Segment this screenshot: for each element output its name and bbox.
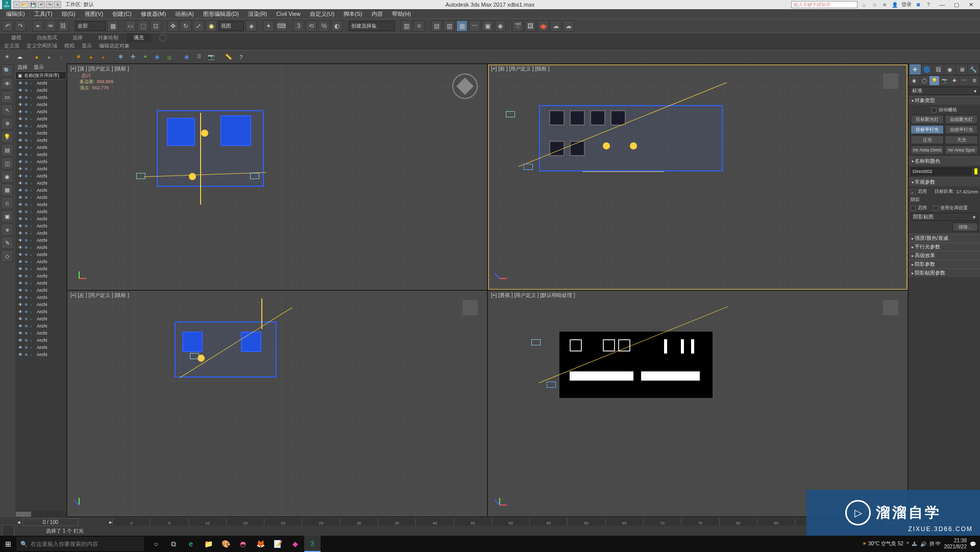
layer-explorer-icon[interactable]: ▥: [444, 20, 455, 32]
menu-modifier[interactable]: 修改器(M): [137, 9, 170, 19]
infocenter-icon[interactable]: ⌂: [861, 1, 868, 8]
selection-filter-dropdown[interactable]: 全部: [75, 21, 106, 31]
container-icon[interactable]: ▣: [1, 210, 13, 222]
mirror-icon[interactable]: ▥: [401, 20, 412, 32]
scene-item[interactable]: 👁❄▫Archi: [15, 201, 66, 208]
ribbon-panel-display[interactable]: 显示: [82, 42, 92, 49]
scene-item[interactable]: 👁❄▫Archi: [15, 337, 66, 344]
ribbon-toggle-icon[interactable]: [159, 34, 166, 41]
select-object-icon[interactable]: ▦: [107, 20, 118, 32]
scene-hscroll[interactable]: [15, 511, 66, 517]
scene-item[interactable]: 👁❄▫Archi: [15, 101, 66, 108]
move-icon[interactable]: ✥: [167, 20, 179, 32]
named-selection-dropdown[interactable]: 创建选择集: [349, 21, 395, 31]
app-logo[interactable]: 3MAX: [2, 0, 11, 9]
layer-icon[interactable]: ▤: [1, 144, 13, 156]
particles-icon[interactable]: ⠿: [194, 52, 204, 62]
light-type-dropdown[interactable]: 标准▾: [910, 87, 979, 95]
scene-item[interactable]: 👁❄▫Archi: [15, 158, 66, 165]
workspace-selector[interactable]: 工作区: 默认: [65, 1, 94, 8]
object-color-swatch[interactable]: [974, 168, 978, 175]
link-icon[interactable]: ⚭: [32, 20, 43, 32]
camera-icon[interactable]: 📷: [206, 52, 216, 62]
menu-animation[interactable]: 动画(A): [171, 9, 198, 19]
task-taskview-icon[interactable]: ⧉: [165, 536, 182, 552]
scene-item[interactable]: 👁❄▫Archi: [15, 308, 66, 315]
modify-tab-icon[interactable]: 🌀: [921, 64, 933, 74]
menu-view[interactable]: 视图(V): [81, 9, 108, 19]
scene-item[interactable]: 👁❄▫Archi: [15, 230, 66, 237]
shadow-type-dropdown[interactable]: 阴影贴图▾: [911, 213, 978, 221]
sun-icon[interactable]: ☀: [74, 52, 84, 62]
taskbar-search-input[interactable]: 🔍在这里输入你要搜索的内容: [16, 537, 144, 551]
scene-explorer-icon[interactable]: 🔍: [1, 64, 13, 77]
render-iterative-icon[interactable]: ☁: [550, 20, 561, 32]
undo-icon[interactable]: ↶: [2, 20, 13, 32]
ref-coord-dropdown[interactable]: 视图: [218, 21, 244, 31]
redo-icon[interactable]: ↷: [15, 20, 26, 32]
scene-item[interactable]: 👁❄▫Archi: [15, 258, 66, 265]
sphere-dark-icon[interactable]: ●: [56, 52, 66, 62]
scene-tab-select[interactable]: 选择: [17, 64, 28, 71]
manipulate-icon[interactable]: ✦: [263, 20, 274, 32]
viewport-left-label[interactable]: [+] [左 ] [用户定义 ] [线框 ]: [70, 292, 129, 299]
free-direct-button[interactable]: 自由平行光: [945, 125, 978, 134]
mr-spot-button[interactable]: mr Area Spot: [945, 145, 978, 155]
menu-render[interactable]: 渲染(R): [244, 9, 271, 19]
lights-icon[interactable]: 💡: [929, 76, 939, 85]
menu-create[interactable]: 创建(C): [108, 9, 135, 19]
ribbon-panel-sim[interactable]: 模拟: [64, 42, 75, 49]
render-frame-icon[interactable]: 🖼: [525, 20, 536, 32]
qat-new-icon[interactable]: ▫: [13, 1, 20, 8]
scale-icon[interactable]: ⤢: [193, 20, 204, 32]
unlink-icon[interactable]: ⚮: [45, 20, 56, 32]
ime-indicator[interactable]: 拼 中: [929, 540, 941, 547]
brush-icon[interactable]: ✎: [1, 237, 13, 249]
snap-icon[interactable]: 3: [293, 20, 304, 32]
maximize-button[interactable]: ▢: [949, 1, 964, 9]
task-edge-icon[interactable]: e: [183, 536, 199, 552]
scene-name-header[interactable]: ▣名称(按升序排序): [15, 71, 66, 80]
sphere2-icon[interactable]: ◉: [1, 170, 13, 183]
menu-customize[interactable]: 自定义(U): [306, 9, 338, 19]
rollout-parallel[interactable]: 平行光参数: [909, 243, 980, 251]
scene-item[interactable]: 👁❄▫Archi: [15, 301, 66, 308]
help-search-input[interactable]: 输入关键字或短语: [791, 1, 857, 8]
mr-omni-button[interactable]: mr Area Omni: [911, 145, 944, 155]
free-spot-button[interactable]: 自由聚光灯: [945, 115, 978, 124]
tray-network-icon[interactable]: 🖧: [912, 541, 917, 547]
task-app2-icon[interactable]: ◆: [287, 536, 303, 552]
scene-item[interactable]: 👁❄▫Archi: [15, 151, 66, 158]
scene-item[interactable]: 👁❄▫Archi: [15, 108, 66, 115]
scene-item[interactable]: 👁❄▫Archi: [15, 80, 66, 87]
ribbon-tab-select[interactable]: 选择: [65, 33, 90, 42]
material-editor-icon[interactable]: ◉: [495, 20, 506, 32]
ribbon-tab-objpaint[interactable]: 对象绘制: [91, 33, 126, 42]
qat-open-icon[interactable]: 📂: [21, 1, 29, 8]
rollout-general[interactable]: 常规参数: [909, 178, 980, 186]
scene-item[interactable]: 👁❄▫Archi: [15, 130, 66, 137]
omni-button[interactable]: 泛光: [911, 135, 944, 144]
place-icon[interactable]: ◉: [206, 20, 217, 32]
scene-icon[interactable]: ◫: [1, 157, 13, 169]
display-icon[interactable]: 👁: [1, 78, 13, 90]
exclude-button[interactable]: 排除…: [952, 222, 978, 232]
object-name-input[interactable]: [911, 167, 972, 175]
scene-item[interactable]: 👁❄▫Archi: [15, 87, 66, 94]
motion-tab-icon[interactable]: ◉: [944, 64, 955, 74]
render-production-icon[interactable]: 🫖: [537, 20, 549, 32]
bind-icon[interactable]: ⛓: [58, 20, 69, 32]
star-icon[interactable]: ☆: [871, 1, 878, 8]
schematic-icon[interactable]: ▣: [482, 20, 493, 32]
shadow-enable-checkbox[interactable]: [911, 206, 916, 211]
menu-tools[interactable]: 工具(T): [30, 9, 57, 19]
signin-button[interactable]: 登录: [901, 1, 912, 8]
scene-item[interactable]: 👁❄▫Archi: [15, 330, 66, 337]
use-global-checkbox[interactable]: [933, 206, 938, 211]
exchange-icon[interactable]: ✕: [881, 1, 888, 8]
light-icon[interactable]: 💡: [1, 131, 13, 143]
menu-grapheditor[interactable]: 图形编辑器(D): [199, 9, 243, 19]
timeline-track[interactable]: 0510152025303540455055606570758085909510…: [112, 518, 909, 525]
task-3dsmax-icon[interactable]: 3: [304, 536, 321, 552]
helpers-icon[interactable]: ✚: [949, 76, 959, 85]
